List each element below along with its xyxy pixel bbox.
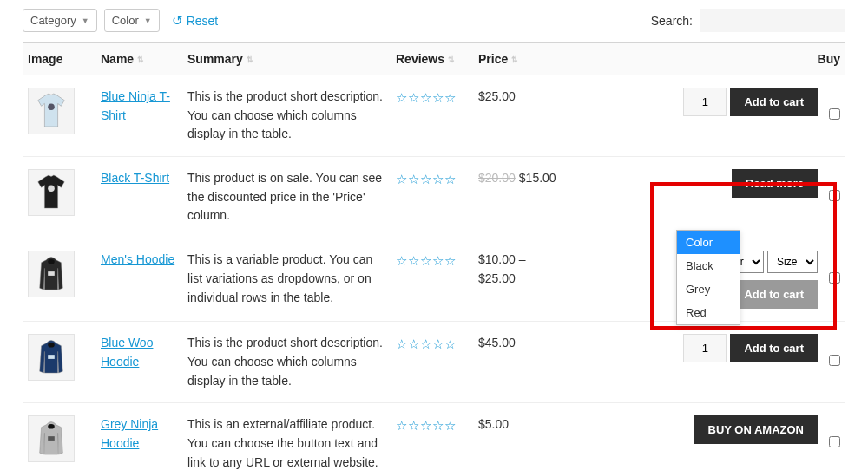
star-rating: ☆☆☆☆☆: [396, 336, 457, 351]
svg-point-4: [48, 343, 55, 348]
select-row-checkbox[interactable]: [829, 355, 840, 366]
reset-button[interactable]: ↺Reset: [172, 13, 219, 29]
sort-icon: ⇅: [448, 55, 455, 64]
product-thumb[interactable]: [28, 251, 75, 297]
table-row: Blue Woo Hoodie This is the product shor…: [23, 322, 845, 403]
filter-category-label: Category: [30, 14, 76, 27]
buy-amazon-button[interactable]: BUY ON AMAZON: [694, 415, 819, 444]
add-to-cart-button[interactable]: Add to cart: [730, 280, 818, 309]
price-value: $15.00: [519, 171, 556, 185]
col-buy: Buy: [562, 43, 845, 75]
star-rating: ☆☆☆☆☆: [396, 418, 457, 433]
dropdown-option[interactable]: Black: [677, 254, 740, 277]
table-row: Black T-Shirt This product is on sale. Y…: [23, 157, 845, 238]
chevron-down-icon: ▼: [82, 16, 89, 25]
dropdown-option[interactable]: Grey: [677, 277, 740, 301]
product-summary: This is the product short description. Y…: [182, 322, 391, 403]
select-row-checkbox[interactable]: [829, 190, 840, 201]
read-more-button[interactable]: Read more: [732, 169, 818, 198]
quantity-input[interactable]: [683, 334, 727, 362]
product-thumb[interactable]: [28, 88, 75, 134]
col-name[interactable]: Name⇅: [95, 43, 182, 75]
price-value: $10.00 – $25.00: [478, 252, 526, 285]
dropdown-option[interactable]: Color: [677, 231, 740, 254]
product-name-link[interactable]: Men's Hoodie: [101, 252, 174, 266]
product-summary: This is a variable product. You can list…: [182, 238, 391, 322]
star-rating: ☆☆☆☆☆: [396, 90, 457, 105]
product-name-link[interactable]: Black T-Shirt: [101, 171, 169, 185]
filter-category[interactable]: Category▼: [23, 9, 97, 32]
filter-color-label: Color: [112, 14, 139, 27]
undo-icon: ↺: [172, 13, 183, 29]
table-row: Grey Ninja Hoodie This is an external/af…: [23, 403, 845, 470]
product-thumb[interactable]: [28, 334, 75, 381]
chevron-down-icon: ▼: [144, 16, 152, 25]
col-image[interactable]: Image: [23, 43, 95, 75]
svg-rect-3: [48, 271, 55, 276]
svg-point-0: [48, 103, 55, 110]
add-to-cart-button[interactable]: Add to cart: [730, 88, 818, 116]
search-label: Search:: [651, 14, 693, 28]
product-name-link[interactable]: Grey Ninja Hoodie: [101, 417, 158, 450]
quantity-input[interactable]: [683, 88, 727, 116]
product-summary: This is an external/affiliate product. Y…: [182, 403, 391, 470]
sort-icon: ⇅: [247, 55, 253, 64]
product-thumb[interactable]: [28, 415, 75, 462]
select-row-checkbox[interactable]: [829, 272, 840, 284]
search-input[interactable]: [700, 9, 845, 32]
star-rating: ☆☆☆☆☆: [396, 172, 457, 186]
select-row-checkbox[interactable]: [829, 436, 840, 447]
product-name-link[interactable]: Blue Ninja T-Shirt: [101, 89, 170, 122]
svg-point-2: [48, 259, 55, 264]
price-value: $45.00: [478, 336, 516, 349]
col-reviews[interactable]: Reviews⇅: [391, 43, 473, 75]
svg-rect-7: [48, 436, 55, 441]
price-value: $5.00: [478, 417, 509, 431]
table-row: Blue Ninja T-Shirt This is the product s…: [23, 75, 845, 157]
reset-label: Reset: [187, 14, 219, 28]
svg-point-1: [48, 186, 55, 193]
filter-color[interactable]: Color▼: [104, 9, 160, 32]
product-thumb[interactable]: [28, 169, 75, 216]
old-price: $20.00: [478, 171, 516, 185]
product-summary: This is the product short description. Y…: [182, 75, 391, 157]
product-summary: This product is on sale. You can see the…: [182, 157, 391, 238]
svg-point-6: [48, 424, 55, 429]
product-name-link[interactable]: Blue Woo Hoodie: [101, 336, 153, 369]
col-price[interactable]: Price⇅: [473, 43, 562, 75]
svg-rect-5: [48, 355, 55, 359]
sort-icon: ⇅: [137, 55, 144, 64]
star-rating: ☆☆☆☆☆: [396, 253, 457, 268]
price-value: $25.00: [478, 89, 516, 103]
col-summary[interactable]: Summary⇅: [182, 43, 391, 75]
sort-icon: ⇅: [511, 55, 518, 64]
dropdown-option[interactable]: Red: [677, 301, 740, 324]
color-dropdown-open: Color Black Grey Red: [676, 230, 740, 325]
select-row-checkbox[interactable]: [829, 108, 840, 120]
variation-size-select[interactable]: Size: [767, 251, 818, 273]
add-to-cart-button[interactable]: Add to cart: [730, 334, 818, 362]
